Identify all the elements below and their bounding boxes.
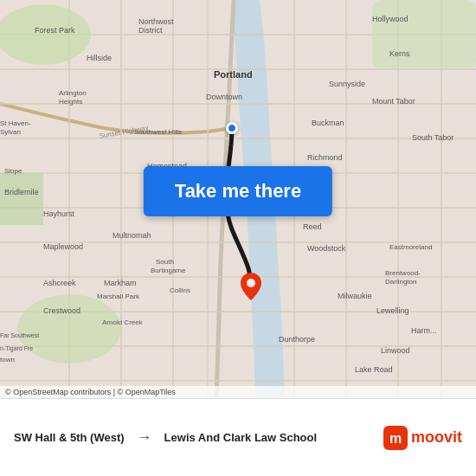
svg-text:Brentwood-: Brentwood- <box>385 269 421 277</box>
svg-text:Harm...: Harm... <box>411 326 437 335</box>
svg-text:Ashcreek: Ashcreek <box>43 279 76 287</box>
svg-text:Crestwood: Crestwood <box>43 306 80 315</box>
svg-text:Reed: Reed <box>303 222 322 231</box>
svg-text:Slope: Slope <box>4 167 23 175</box>
svg-text:Lake Road: Lake Road <box>355 365 393 374</box>
svg-text:Hillside: Hillside <box>87 54 112 62</box>
start-marker <box>226 122 238 134</box>
svg-text:Hollywood: Hollywood <box>372 15 408 23</box>
from-label: SW Hall & 5th (West) <box>14 431 125 444</box>
svg-text:Far Southwest: Far Southwest <box>0 332 39 338</box>
svg-text:Collins: Collins <box>170 286 190 294</box>
bottom-bar: SW Hall & 5th (West) → Lewis And Clark L… <box>0 398 476 476</box>
svg-text:Heights: Heights <box>59 98 82 106</box>
svg-text:Darlington: Darlington <box>385 278 416 286</box>
svg-text:Woodstock: Woodstock <box>307 244 346 253</box>
svg-point-1 <box>0 4 91 65</box>
svg-text:Multnomah: Multnomah <box>113 231 151 240</box>
map-container: Forest Park Northwest District Hillside … <box>0 0 476 398</box>
svg-text:Northwest: Northwest <box>138 17 174 26</box>
svg-text:m: m <box>389 431 402 446</box>
svg-text:Eastmoreland: Eastmoreland <box>389 243 432 251</box>
moovit-logo-text: moovit <box>411 428 462 447</box>
svg-text:Marshall Park: Marshall Park <box>97 293 140 300</box>
svg-text:South: South <box>156 258 174 266</box>
svg-text:Lewelling: Lewelling <box>376 306 409 315</box>
take-me-there-button[interactable]: Take me there <box>144 166 332 216</box>
svg-text:Sylvan: Sylvan <box>0 128 21 136</box>
moovit-logo: m moovit <box>383 426 462 450</box>
moovit-logo-icon: m <box>383 426 408 450</box>
route-arrow-icon: → <box>137 428 152 447</box>
route-info: SW Hall & 5th (West) → Lewis And Clark L… <box>14 428 383 447</box>
svg-text:Buckman: Buckman <box>312 119 344 127</box>
svg-text:Hayhurst: Hayhurst <box>43 209 75 218</box>
svg-point-3 <box>17 294 121 363</box>
svg-point-54 <box>247 279 255 287</box>
svg-text:Sunnyside: Sunnyside <box>329 80 365 88</box>
svg-text:Linwood: Linwood <box>381 346 410 355</box>
svg-text:Forest Park: Forest Park <box>35 26 75 35</box>
svg-text:Dunthorpe: Dunthorpe <box>279 335 315 344</box>
svg-text:Burlingame: Burlingame <box>151 267 186 274</box>
svg-text:town: town <box>0 356 15 363</box>
svg-text:Mount Tabor: Mount Tabor <box>372 97 415 106</box>
to-label: Lewis And Clark Law School <box>164 431 318 444</box>
svg-rect-4 <box>0 173 43 225</box>
svg-text:n-Tigard Fre: n-Tigard Fre <box>0 345 33 352</box>
svg-text:Maplewood: Maplewood <box>43 242 83 251</box>
svg-text:Bridlemile: Bridlemile <box>4 188 39 196</box>
svg-text:Milwaukie: Milwaukie <box>338 292 372 300</box>
end-marker <box>241 273 261 300</box>
svg-text:Richmond: Richmond <box>307 153 343 162</box>
svg-text:St Haven-: St Haven- <box>0 119 31 127</box>
svg-text:Downtown: Downtown <box>206 93 242 101</box>
svg-rect-2 <box>372 0 476 69</box>
svg-text:Kerns: Kerns <box>389 49 410 58</box>
svg-text:Portland: Portland <box>214 69 253 80</box>
svg-text:Arlington: Arlington <box>59 89 87 97</box>
svg-text:South Tabor: South Tabor <box>412 133 453 142</box>
svg-text:Markham: Markham <box>104 279 137 287</box>
svg-text:District: District <box>138 26 163 35</box>
copyright-bar: © OpenStreetMap contributors | © OpenMap… <box>0 386 476 398</box>
svg-text:Arnold Creek: Arnold Creek <box>102 318 144 326</box>
